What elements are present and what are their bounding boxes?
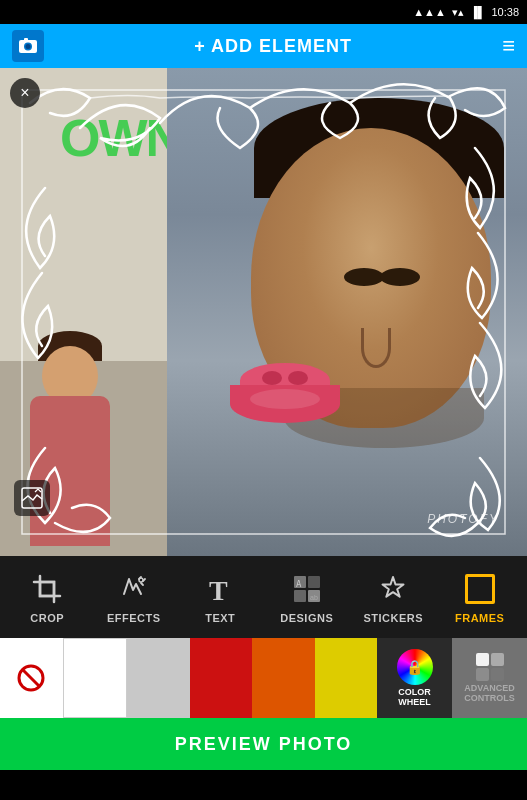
swatch-none[interactable] bbox=[0, 638, 63, 718]
advanced-controls-label: ADVANCEDCONTROLS bbox=[464, 684, 515, 704]
svg-line-15 bbox=[22, 669, 40, 687]
color-swatches-row: 🔒 COLORWHEEL ADVANCEDCONTROLS bbox=[0, 638, 527, 718]
svg-text:A: A bbox=[296, 579, 302, 589]
svg-text:T: T bbox=[209, 575, 228, 604]
swatch-white[interactable] bbox=[63, 638, 128, 718]
adv-sq-3 bbox=[476, 668, 489, 681]
crop-icon bbox=[28, 570, 66, 608]
svg-rect-3 bbox=[24, 38, 28, 41]
swirl-overlay bbox=[0, 68, 527, 556]
tool-frames[interactable]: FRAMES bbox=[445, 570, 515, 624]
adv-sq-2 bbox=[491, 653, 504, 666]
swatch-red[interactable] bbox=[190, 638, 253, 718]
tool-stickers[interactable]: STICKERS bbox=[358, 570, 428, 624]
toolbar: CROP EFFECTS T TEXT A bbox=[0, 556, 527, 638]
tool-effects[interactable]: EFFECTS bbox=[99, 570, 169, 624]
frame-square bbox=[465, 574, 495, 604]
status-bar: ▲▲▲ ▾▴ ▐▌ 10:38 bbox=[0, 0, 527, 24]
camera-icon bbox=[18, 36, 38, 56]
stickers-label: STICKERS bbox=[363, 612, 423, 624]
close-button[interactable]: × bbox=[10, 78, 40, 108]
svg-rect-4 bbox=[22, 90, 505, 534]
text-label: TEXT bbox=[205, 612, 235, 624]
designs-icon: A ab bbox=[288, 570, 326, 608]
lock-icon: 🔒 bbox=[406, 659, 423, 675]
swatch-yellow[interactable] bbox=[315, 638, 378, 718]
svg-rect-10 bbox=[294, 590, 306, 602]
frames-icon bbox=[461, 570, 499, 608]
image-adjust-icon bbox=[21, 487, 43, 509]
adv-sq-1 bbox=[476, 653, 489, 666]
tool-text[interactable]: T TEXT bbox=[185, 570, 255, 624]
wifi-icon: ▾▴ bbox=[452, 6, 464, 19]
designs-label: DESIGNS bbox=[280, 612, 333, 624]
photo-area: OWN bbox=[0, 68, 527, 556]
watermark: PHOTOFY bbox=[427, 512, 499, 526]
preview-photo-button[interactable]: PREVIEW PHOTO bbox=[0, 718, 527, 770]
effects-icon bbox=[115, 570, 153, 608]
svg-rect-9 bbox=[308, 576, 320, 588]
adv-sq-4 bbox=[491, 668, 504, 681]
advanced-icon bbox=[476, 653, 504, 681]
battery-icon: ▐▌ bbox=[470, 6, 486, 18]
effects-label: EFFECTS bbox=[107, 612, 161, 624]
close-icon: × bbox=[20, 84, 29, 102]
no-color-icon bbox=[15, 662, 47, 694]
tool-crop[interactable]: CROP bbox=[12, 570, 82, 624]
time-display: 10:38 bbox=[491, 6, 519, 18]
svg-text:ab: ab bbox=[310, 594, 318, 601]
app-icon[interactable] bbox=[12, 30, 44, 62]
preview-photo-label: PREVIEW PHOTO bbox=[175, 734, 353, 755]
frames-label: FRAMES bbox=[455, 612, 504, 624]
signal-icon: ▲▲▲ bbox=[413, 6, 446, 18]
swatch-orange[interactable] bbox=[252, 638, 315, 718]
svg-point-2 bbox=[26, 44, 31, 49]
menu-icon[interactable]: ≡ bbox=[502, 33, 515, 59]
image-adjust-button[interactable] bbox=[14, 480, 50, 516]
color-wheel-label: COLORWHEEL bbox=[398, 688, 431, 708]
advanced-controls-button[interactable]: ADVANCEDCONTROLS bbox=[452, 638, 527, 718]
svg-point-6 bbox=[139, 578, 143, 582]
header-title: + ADD ELEMENT bbox=[44, 36, 502, 57]
color-wheel-circle: 🔒 bbox=[397, 649, 433, 685]
text-icon: T bbox=[201, 570, 239, 608]
header: + ADD ELEMENT ≡ bbox=[0, 24, 527, 68]
stickers-icon bbox=[374, 570, 412, 608]
swatch-light-gray[interactable] bbox=[127, 638, 190, 718]
tool-designs[interactable]: A ab DESIGNS bbox=[272, 570, 342, 624]
color-wheel-button[interactable]: 🔒 COLORWHEEL bbox=[377, 638, 452, 718]
crop-label: CROP bbox=[30, 612, 64, 624]
